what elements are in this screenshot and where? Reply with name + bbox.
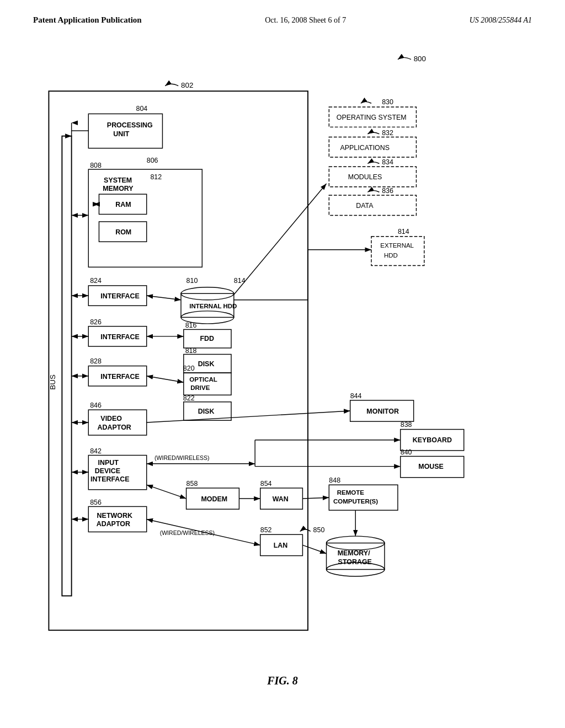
text-idi-1: INPUT (98, 459, 119, 467)
text-na-1: NETWORK (97, 512, 132, 520)
arrow-if828-od (147, 376, 184, 383)
arrow-lan-ms (302, 545, 326, 553)
label-800: 800 (414, 55, 426, 63)
text-disk-822: DISK (198, 408, 215, 415)
label-820: 820 (183, 365, 195, 372)
text-fdd: FDD (200, 335, 215, 343)
label-856: 856 (90, 499, 102, 506)
label-832: 832 (382, 129, 393, 137)
label-810: 810 (186, 277, 198, 285)
text-na-2: ADAPTOR (97, 520, 130, 528)
label-846: 846 (90, 402, 102, 409)
text-system-memory-2: MEMORY (103, 185, 134, 192)
text-modules: MODULES (348, 173, 382, 181)
label-818: 818 (185, 347, 197, 355)
text-wired-wireless-856: (WIRED/WIRELESS) (160, 529, 215, 536)
arrow-wan-rc (302, 497, 329, 499)
figure-caption: FIG. 8 (0, 675, 565, 687)
header-publication: Patent Application Publication (33, 15, 142, 25)
text-video-adaptor-1: VIDEO (100, 415, 122, 422)
label-858: 858 (186, 480, 198, 488)
text-internal-hdd: INTERNAL HDD (189, 303, 237, 309)
text-wan: WAN (273, 495, 289, 503)
label-848: 848 (329, 477, 340, 484)
text-idi-2: DEVICE (95, 467, 120, 475)
text-disk-818: DISK (198, 360, 215, 368)
arrow-idi-modem (147, 485, 186, 499)
label-804: 804 (136, 105, 148, 113)
label-854: 854 (260, 480, 272, 488)
text-optical-drive-2: DRIVE (190, 384, 210, 391)
label-812: 812 (150, 173, 162, 181)
text-processing-unit-2: UNIT (113, 130, 129, 138)
diagram-container: 800 802 BUS 804 PROCESSING UNIT 806 808 … (0, 30, 565, 665)
patent-diagram: 800 802 BUS 804 PROCESSING UNIT 806 808 … (0, 30, 565, 665)
text-rc-1: REMOTE (337, 489, 365, 496)
text-interface-828: INTERFACE (100, 373, 139, 381)
label-836: 836 (382, 187, 393, 195)
text-ram: RAM (115, 201, 131, 208)
text-modem: MODEM (201, 495, 227, 503)
label-830: 830 (382, 98, 393, 106)
text-data: DATA (356, 202, 374, 210)
text-os: OPERATING SYSTEM (337, 114, 407, 121)
page-header: Patent Application Publication Oct. 16, … (0, 0, 565, 30)
header-date: Oct. 16, 2008 Sheet 6 of 7 (265, 16, 346, 25)
text-ms-1: MEMORY/ (338, 549, 371, 557)
label-852: 852 (260, 526, 272, 534)
text-video-adaptor-2: ADAPTOR (98, 424, 131, 431)
label-838: 838 (401, 421, 412, 429)
text-ms-2: STORAGE (338, 558, 372, 566)
box-external-hdd (371, 237, 424, 266)
arrow-va-monitor (147, 411, 350, 422)
text-mouse: MOUSE (418, 463, 444, 470)
text-monitor: MONITOR (366, 408, 399, 415)
text-lan: LAN (274, 542, 288, 549)
text-rom: ROM (115, 228, 131, 236)
text-ext-hdd-1: EXTERNAL (380, 242, 414, 249)
text-rc-2: COMPUTER(S) (333, 498, 378, 505)
header-patent: US 2008/255844 A1 (470, 16, 532, 25)
text-wired-wireless-842: (WIRED/WIRELESS) (154, 454, 209, 461)
box-802 (49, 91, 308, 630)
bus-bar (62, 136, 71, 596)
label-844: 844 (350, 392, 362, 400)
label-824: 824 (90, 277, 102, 285)
text-system-memory-1: SYSTEM (104, 176, 132, 184)
text-ext-hdd-2: HDD (384, 252, 398, 259)
label-834: 834 (382, 158, 393, 166)
label-816: 816 (185, 322, 197, 329)
text-interface-824: INTERFACE (100, 292, 139, 300)
label-802: 802 (181, 81, 193, 89)
arrow-if824-hdd (147, 296, 181, 300)
label-826: 826 (90, 318, 102, 326)
label-808: 808 (90, 162, 102, 169)
label-828: 828 (90, 357, 102, 365)
label-bus: BUS (49, 374, 57, 390)
label-840: 840 (401, 448, 412, 456)
text-optical-drive-1: OPTICAL (189, 376, 217, 383)
label-814-right: 814 (398, 228, 409, 235)
label-822: 822 (183, 394, 195, 402)
line-hdd-os (234, 184, 327, 295)
label-850: 850 (313, 526, 325, 534)
text-keyboard: KEYBOARD (413, 437, 452, 445)
text-idi-3: INTERFACE (90, 475, 129, 483)
label-842: 842 (90, 447, 102, 455)
text-processing-unit-1: PROCESSING (107, 121, 153, 129)
text-interface-826: INTERFACE (100, 333, 139, 341)
label-806: 806 (147, 157, 158, 164)
text-apps: APPLICATIONS (340, 144, 390, 152)
